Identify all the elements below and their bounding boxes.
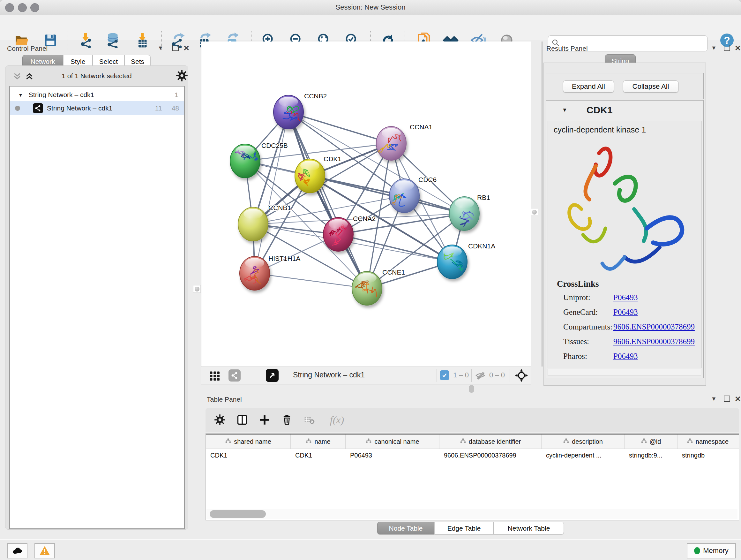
crosslink-label: Tissues: bbox=[563, 337, 589, 346]
crosslink-value-link[interactable]: 9606.ENSP00000378699 bbox=[613, 322, 695, 331]
column-header-description[interactable]: description bbox=[542, 435, 624, 449]
table-panel-title: Table Panel bbox=[207, 395, 242, 403]
node-label-cdk1: CDK1 bbox=[324, 155, 341, 163]
expand-all-button[interactable]: Expand All bbox=[563, 80, 614, 92]
collapse-all-button[interactable]: Collapse All bbox=[623, 80, 678, 92]
network-node-ccnb2[interactable] bbox=[273, 95, 304, 129]
column-header-canonical-name[interactable]: canonical name bbox=[346, 435, 440, 449]
table-row[interactable]: CDK1CDK1P064939606.ENSP00000378699cyclin… bbox=[206, 449, 739, 462]
network-node-cdc6[interactable] bbox=[389, 179, 419, 212]
node-result-header[interactable]: ▼ CDK1 bbox=[546, 101, 703, 120]
results-hscrollbar[interactable] bbox=[548, 369, 701, 376]
network-collection-row[interactable]: ▼ String Network – cdk1 1 bbox=[10, 88, 184, 101]
network-options-gear-icon[interactable] bbox=[176, 70, 188, 83]
network-node-ccna2[interactable] bbox=[323, 217, 353, 251]
network-node-cdk1[interactable] bbox=[295, 159, 325, 193]
crosslink-value-link[interactable]: P06493 bbox=[613, 308, 637, 317]
memory-button[interactable]: Memory bbox=[687, 543, 736, 558]
warning-button[interactable] bbox=[35, 543, 55, 558]
crosslink-value-link[interactable]: P06493 bbox=[613, 293, 637, 302]
control-panel-collapse-icon[interactable]: ▼ bbox=[158, 45, 163, 51]
column-header-label: shared name bbox=[234, 438, 271, 445]
column-type-icon bbox=[225, 438, 231, 445]
table-cell[interactable]: CDK1 bbox=[206, 449, 291, 462]
cloud-button[interactable] bbox=[7, 543, 27, 558]
table-settings-gear-icon[interactable] bbox=[212, 413, 227, 427]
tab-network-table[interactable]: Network Table bbox=[494, 522, 564, 535]
node-label-rb1: RB1 bbox=[477, 194, 490, 201]
fit-selected-target-icon[interactable] bbox=[515, 369, 528, 383]
node-label-ccnb2: CCNB2 bbox=[304, 92, 327, 100]
warning-icon bbox=[39, 545, 51, 557]
results-panel-close-icon[interactable]: ✕ bbox=[735, 44, 741, 53]
tab-edge-table[interactable]: Edge Table bbox=[434, 522, 494, 535]
column-header--id[interactable]: @id bbox=[624, 435, 677, 449]
node-highlight bbox=[235, 145, 255, 156]
table-panel-float-icon[interactable] bbox=[724, 395, 730, 402]
control-panel-close-icon[interactable]: ✕ bbox=[183, 44, 190, 53]
status-bar: Memory bbox=[0, 539, 741, 560]
tab-node-table[interactable]: Node Table bbox=[377, 522, 434, 535]
network-canvas[interactable]: CCNB2CCNA1CDC25BCDK1CDC6RB1CCNB1CCNA2HIS… bbox=[201, 42, 531, 367]
birds-eye-view-icon[interactable] bbox=[266, 369, 279, 382]
column-header-label: @id bbox=[650, 438, 661, 445]
table-cell[interactable]: stringdb:9... bbox=[624, 449, 677, 462]
network-node-cdkn1a[interactable] bbox=[437, 245, 467, 279]
hidden-count: 0 – 0 bbox=[489, 371, 505, 379]
column-header-database-identifier[interactable]: database identifier bbox=[440, 435, 542, 449]
collection-count: 1 bbox=[175, 91, 179, 99]
column-header-name[interactable]: name bbox=[291, 435, 346, 449]
control-panel-float-icon[interactable] bbox=[172, 45, 179, 51]
grid-view-icon[interactable] bbox=[209, 370, 220, 383]
crosslink-value-link[interactable]: P06493 bbox=[613, 352, 637, 361]
node-highlight bbox=[395, 180, 414, 191]
delete-table-icon[interactable] bbox=[302, 413, 317, 427]
left-splitter-handle[interactable] bbox=[193, 285, 201, 293]
network-current-dot-icon bbox=[15, 106, 20, 111]
results-panel-collapse-icon[interactable]: ▼ bbox=[711, 45, 717, 51]
network-row-label: String Network – cdk1 bbox=[47, 105, 112, 112]
network-node-ccna1[interactable] bbox=[376, 126, 406, 160]
table-cell[interactable]: 9606.ENSP00000378699 bbox=[440, 449, 542, 462]
collection-expand-icon[interactable]: ▼ bbox=[18, 92, 23, 98]
network-edge[interactable] bbox=[288, 112, 391, 143]
network-node-ccne1[interactable] bbox=[352, 271, 382, 305]
right-splitter-handle[interactable] bbox=[530, 208, 538, 216]
node-result-expand-icon[interactable]: ▼ bbox=[562, 107, 567, 113]
string-app-icon bbox=[33, 103, 43, 113]
table-hscrollbar-thumb[interactable] bbox=[210, 510, 266, 518]
table-cell[interactable]: cyclin-dependent ... bbox=[542, 449, 624, 462]
results-panel-float-icon[interactable] bbox=[724, 45, 730, 51]
show-columns-icon[interactable] bbox=[235, 413, 250, 427]
table-panel-collapse-icon[interactable]: ▼ bbox=[711, 395, 717, 402]
delete-column-trash-icon[interactable] bbox=[280, 413, 294, 427]
network-edge[interactable] bbox=[255, 273, 367, 288]
node-highlight bbox=[329, 219, 348, 229]
table-cell[interactable]: CDK1 bbox=[291, 449, 346, 462]
add-column-icon[interactable] bbox=[257, 413, 272, 427]
table-cell[interactable]: stringdb bbox=[677, 449, 738, 462]
table-cell[interactable]: P06493 bbox=[346, 449, 440, 462]
table-header-row: shared namenamecanonical namedatabase id… bbox=[206, 435, 739, 449]
crosslinks-title: CrossLinks bbox=[557, 279, 599, 289]
network-edge[interactable] bbox=[310, 176, 464, 213]
network-node-rb1[interactable] bbox=[449, 197, 479, 231]
string-view-icon[interactable] bbox=[228, 369, 241, 381]
hidden-eye-icon[interactable] bbox=[475, 370, 486, 382]
selected-checkbox-icon[interactable] bbox=[440, 370, 449, 380]
node-label-cdc6: CDC6 bbox=[418, 176, 436, 183]
column-header-shared-name[interactable]: shared name bbox=[206, 435, 291, 449]
table-panel-close-icon[interactable]: ✕ bbox=[735, 395, 741, 403]
network-node-hist1h1a[interactable] bbox=[240, 256, 270, 290]
function-builder-icon[interactable]: f(x) bbox=[324, 413, 350, 427]
network-row-selected[interactable]: String Network – cdk1 11 48 bbox=[10, 101, 184, 115]
column-header-namespace[interactable]: namespace bbox=[677, 435, 738, 449]
memory-status-icon bbox=[694, 547, 700, 554]
network-edge[interactable] bbox=[255, 112, 288, 273]
table-hscrollbar[interactable] bbox=[206, 509, 738, 519]
column-type-icon bbox=[365, 438, 372, 445]
network-node-ccnb1[interactable] bbox=[238, 207, 268, 241]
crosslink-value-link[interactable]: 9606.ENSP00000378699 bbox=[613, 337, 695, 346]
network-selection-summary: 1 of 1 Network selected bbox=[5, 72, 188, 80]
network-node-cdc25b[interactable] bbox=[230, 144, 260, 178]
